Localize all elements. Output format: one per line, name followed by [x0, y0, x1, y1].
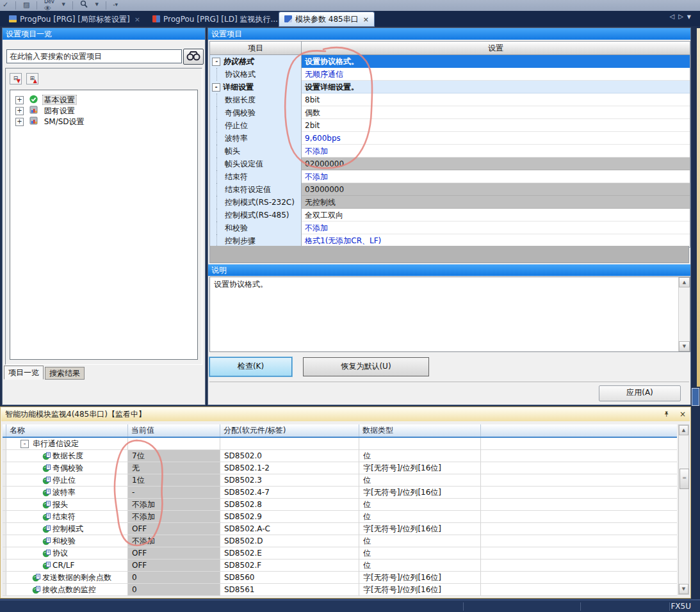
monitor-current-value[interactable]: 无	[128, 462, 220, 474]
check-program-icon[interactable]: ✓	[0, 0, 11, 11]
monitor-row[interactable]: 结束符 不添加 SD8502.9 位	[3, 511, 677, 523]
tree-item-smsd-settings[interactable]: + SM/SD设置	[10, 117, 197, 127]
settings-row[interactable]: -详细设置 设置详细设置。	[210, 81, 690, 93]
setting-value[interactable]: 偶数	[302, 106, 690, 119]
monitor-current-value[interactable]: 不添加	[128, 511, 220, 523]
expand-icon[interactable]: +	[15, 107, 24, 115]
monitor-row[interactable]: 发送数据的剩余点数 0 SD8560 字[无符号]/位列[16位]	[3, 572, 677, 584]
settings-row[interactable]: 数据长度 8bit	[210, 93, 690, 106]
settings-row[interactable]: 帧头 不添加	[210, 145, 690, 157]
zoom-search-icon[interactable]	[77, 0, 90, 11]
device-view-icon[interactable]: Dev👁	[42, 0, 57, 11]
setting-value[interactable]: 8bit	[302, 93, 690, 106]
tab-close-icon[interactable]: ×	[363, 15, 369, 24]
monitor-current-value[interactable]: 不添加	[128, 499, 220, 511]
collapse-all-icon[interactable]: ⊟▼	[10, 73, 22, 85]
apply-button[interactable]: 应用(A)	[599, 385, 681, 401]
expand-all-icon[interactable]: ⊞▲	[26, 73, 38, 85]
description-scrollbar[interactable]: ▲ ▼	[678, 277, 690, 351]
close-icon[interactable]: ×	[680, 410, 686, 419]
setting-value[interactable]: 不添加	[302, 170, 690, 183]
column-header-data-type[interactable]: 数据类型	[359, 424, 481, 437]
monitor-row[interactable]: 报头 不添加 SD8502.8 位	[3, 499, 677, 511]
setting-value[interactable]: 全双工双向	[302, 209, 690, 221]
settings-row[interactable]: 停止位 2bit	[210, 119, 690, 132]
monitor-current-value[interactable]: OFF	[128, 547, 220, 560]
setting-value[interactable]: 2bit	[302, 119, 690, 132]
scroll-up-icon[interactable]: ▲	[679, 277, 690, 287]
search-input[interactable]	[6, 49, 182, 63]
check-button[interactable]: 检查(K)	[209, 357, 292, 376]
expand-icon[interactable]: +	[15, 96, 24, 104]
docked-panel-icon[interactable]	[692, 388, 699, 406]
expand-icon[interactable]: +	[15, 118, 24, 126]
monitor-row[interactable]: 奇偶校验 无 SD8502.1-2 字[无符号]/位列[16位]	[3, 462, 677, 474]
zoom-dropdown-icon[interactable]: ▼	[92, 0, 101, 11]
settings-row[interactable]: 和校验 不添加	[210, 221, 690, 234]
tab-search-results[interactable]: 搜索结果	[45, 367, 85, 380]
monitor-row[interactable]: 接收点数的监控 0 SD8561 字[无符号]/位列[16位]	[3, 584, 677, 596]
monitor-current-value[interactable]: 0	[128, 584, 220, 596]
column-header-device-label[interactable]: 分配(软元件/标签)	[220, 424, 359, 437]
pin-icon[interactable]: 🖈	[663, 410, 671, 419]
setting-value[interactable]: 无顺序通信	[302, 68, 690, 81]
settings-row[interactable]: -协议格式 设置协议格式。	[210, 55, 690, 68]
setting-value[interactable]: 02000000	[302, 157, 690, 170]
setting-value[interactable]: 无控制线	[302, 196, 690, 209]
settings-row[interactable]: 控制模式(RS-232C) 无控制线	[210, 196, 690, 209]
settings-row[interactable]: 波特率 9,600bps	[210, 132, 690, 145]
collapse-icon[interactable]: -	[212, 83, 220, 92]
setting-value[interactable]: 设置协议格式。	[302, 55, 690, 68]
setting-value[interactable]: 不添加	[302, 221, 690, 234]
monitor-row[interactable]: 数据长度 7位 SD8502.0 位	[3, 450, 677, 462]
setting-value[interactable]: 不添加	[302, 145, 690, 157]
tab-progpou-ld-monitor[interactable]: ProgPou [PRG] [LD] 监视执行...×	[147, 12, 293, 26]
monitor-current-value[interactable]: 7位	[128, 450, 220, 462]
monitor-current-value[interactable]: OFF	[128, 523, 220, 535]
restore-default-button[interactable]: 恢复为默认(U)	[303, 357, 429, 376]
tab-progpou-label-settings[interactable]: ProgPou [PRG] [局部标签设置]×	[4, 12, 145, 26]
monitor-row[interactable]: 停止位 1位 SD8502.3 位	[3, 474, 677, 487]
tree-item-inherent-settings[interactable]: + 固有设置	[10, 106, 197, 117]
scroll-down-icon[interactable]: ▼	[679, 341, 690, 351]
monitor-current-value[interactable]: 1位	[128, 474, 220, 487]
settings-row[interactable]: 控制步骤 格式1(无添加CR、LF)	[210, 234, 690, 247]
stamp-icon[interactable]: ▨	[20, 0, 32, 11]
setting-value[interactable]: 格式1(无添加CR、LF)	[302, 234, 690, 247]
collapse-icon[interactable]: -	[212, 58, 220, 66]
tab-item-list[interactable]: 项目一览	[4, 366, 44, 380]
scroll-up-icon[interactable]: ▲	[679, 425, 688, 435]
tab-scroll-controls[interactable]: ◁▷▼	[669, 13, 695, 20]
setting-value[interactable]: 9,600bps	[302, 132, 690, 145]
device-view-dropdown-icon[interactable]: ▼	[60, 0, 68, 11]
settings-row[interactable]: 结束符 不添加	[210, 170, 690, 183]
monitor-row[interactable]: 波特率 - SD8502.4-7 字[无符号]/位列[16位]	[3, 487, 677, 499]
toolbar-overflow-icon[interactable]: ⹀▾	[111, 0, 121, 11]
monitor-row[interactable]: 控制模式 OFF SD8502.A-C 字[无符号]/位列[16位]	[3, 523, 677, 535]
column-header-name[interactable]: 名称	[6, 424, 128, 437]
monitor-scrollbar[interactable]: ▲ ▼ ≡	[678, 424, 689, 595]
settings-row[interactable]: 结束符设定值 03000000	[210, 183, 690, 196]
collapse-icon[interactable]: -	[20, 440, 29, 448]
settings-row[interactable]: 奇偶校验 偶数	[210, 106, 690, 119]
tree-item-basic-settings[interactable]: + 基本设置	[10, 95, 197, 106]
settings-row[interactable]: 控制模式(RS-485) 全双工双向	[210, 209, 690, 221]
search-button[interactable]	[183, 49, 204, 65]
setting-value[interactable]: 设置详细设置。	[302, 81, 690, 93]
scrollbar-thumb[interactable]: ≡	[680, 469, 689, 489]
settings-row[interactable]: 协议格式 无顺序通信	[210, 68, 690, 81]
tab-module-parameter-485[interactable]: 模块参数 485串口×	[279, 12, 374, 26]
monitor-current-value[interactable]: OFF	[128, 560, 220, 572]
settings-row[interactable]: 帧头设定值 02000000	[210, 157, 690, 170]
column-header-setting[interactable]: 设置	[302, 42, 690, 54]
monitor-row[interactable]: CR/LF OFF SD8502.F 位	[3, 560, 677, 572]
setting-value[interactable]: 03000000	[302, 183, 690, 196]
monitor-current-value[interactable]: 0	[128, 572, 220, 584]
column-header-current-value[interactable]: 当前值	[128, 424, 220, 437]
monitor-row[interactable]: 和校验 不添加 SD8502.D 位	[3, 535, 677, 547]
scroll-down-icon[interactable]: ▼	[679, 584, 688, 594]
docked-panel-sliver[interactable]	[697, 28, 700, 387]
monitor-current-value[interactable]: 不添加	[128, 535, 220, 547]
column-header-item[interactable]: 项目	[210, 42, 302, 54]
monitor-current-value[interactable]: -	[128, 487, 220, 499]
